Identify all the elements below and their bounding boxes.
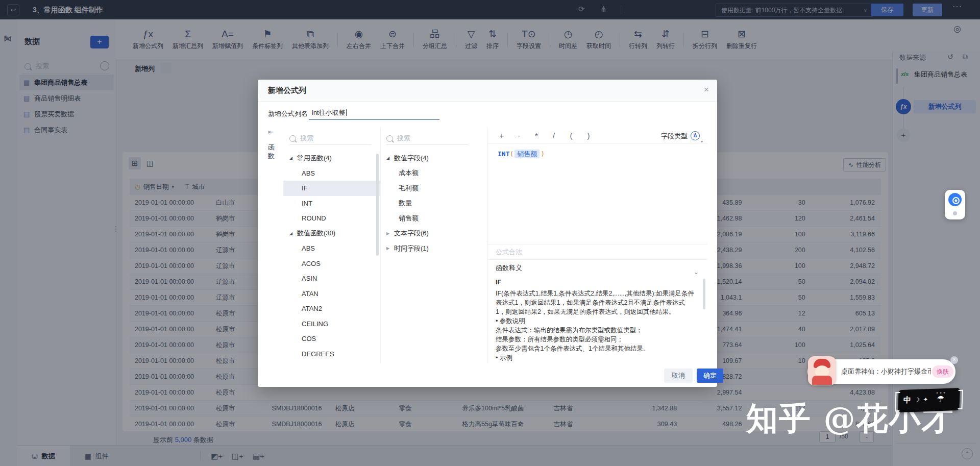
field-tree-node[interactable]: ◢ 数值字段(4): [380, 151, 487, 166]
tree-node-label: 销售额: [399, 214, 419, 223]
field-tree: ◢ 数值字段(4) 成本额 毛利额 数量: [380, 151, 487, 256]
field-tree-node[interactable]: 销售额: [380, 211, 487, 226]
formula-editor[interactable]: INT(销售额): [487, 143, 707, 244]
help-scrollbar[interactable]: [703, 279, 705, 309]
formula-valid-status: 公式合法: [487, 244, 707, 259]
function-tree-node[interactable]: IF: [283, 181, 380, 196]
tree-node-label: ABS: [302, 244, 315, 252]
tree-node-label: 文本字段(6): [394, 229, 429, 238]
function-tree-node[interactable]: ABS: [283, 241, 380, 256]
function-tree-node[interactable]: ATAN: [283, 286, 380, 302]
function-help-body: IFIF(条件表达式1,结果1,条件表达式2,结果2,......,其他结果):…: [496, 276, 695, 363]
operator-button[interactable]: /: [551, 131, 557, 140]
tree-node-label: 数值字段(4): [394, 154, 429, 163]
field-search-input[interactable]: 搜索: [386, 132, 468, 145]
function-tree-node[interactable]: COS: [283, 331, 380, 347]
tree-node-label: INT: [302, 200, 312, 207]
function-help-header: 函数释义 ⌄: [487, 259, 707, 275]
operator-button[interactable]: +: [499, 131, 505, 140]
function-tree-node[interactable]: ATAN2: [283, 301, 380, 316]
function-tree-node[interactable]: ◢ 常用函数(4): [283, 151, 380, 166]
widget-dot: [953, 211, 957, 215]
field-tree-node[interactable]: ▶ 时间字段(1): [380, 241, 487, 256]
close-icon[interactable]: ×: [704, 85, 709, 95]
field-tree-node[interactable]: 成本额: [380, 166, 487, 181]
field-list-pane: 搜索 ◢ 数值字段(4) 成本额 毛利额: [380, 128, 488, 363]
help-line: IF(true,2,8)等于2: [496, 362, 695, 363]
cancel-button[interactable]: 取消: [664, 369, 693, 383]
operator-toolbar: + - * / ( ) 字段类型 A ▾: [487, 128, 707, 143]
text-cursor: [346, 109, 347, 116]
tree-node-label: ATAN: [302, 290, 318, 298]
function-search-input[interactable]: 搜索: [289, 132, 371, 145]
star-icon[interactable]: ✦: [923, 396, 928, 403]
popup-text: 桌面养神仙：小财神打字爆金币: [841, 367, 931, 376]
field-type-icon[interactable]: A: [691, 131, 700, 140]
search-icon: [289, 135, 296, 142]
function-list-pane: 搜索 ◢ 常用函数(4) ABS IF: [283, 128, 381, 363]
rain-dots: ∘∘∘: [936, 390, 946, 396]
field-type-label[interactable]: 字段类型: [661, 132, 688, 141]
tree-arrow-icon: ◢: [289, 156, 297, 160]
ime-language-icon[interactable]: 中: [903, 395, 912, 405]
help-line: • 示例: [496, 353, 695, 362]
tree-node-label: ASIN: [302, 275, 317, 282]
add-formula-column-modal: 新增公式列 × 新增公式列名 int往小取整 ⇤ 函数 搜索 ◢: [258, 80, 717, 387]
tree-node-label: 成本额: [399, 168, 419, 178]
operator-button[interactable]: *: [533, 131, 540, 140]
tree-node-label: 时间字段(1): [394, 244, 429, 253]
function-tree-node[interactable]: ACOS: [283, 256, 380, 272]
help-line: 参数至少需包含1个条件表达式、1个结果和其他结果。: [496, 344, 695, 353]
formula-function: INT: [498, 150, 509, 158]
formula-name-label: 新增公式列名: [268, 109, 308, 118]
help-line: 条件表达式：输出的结果需为布尔类型或数值类型；: [496, 326, 695, 335]
function-tree-node[interactable]: ROUND: [283, 211, 380, 226]
ime-toolbar[interactable]: 中 ☽ ✦ ☂ ∘∘∘: [898, 388, 960, 412]
tree-arrow-icon: ▶: [386, 231, 394, 236]
confirm-button[interactable]: 确定: [697, 369, 723, 383]
moon-icon[interactable]: ☽: [915, 397, 920, 403]
caishen-avatar: [808, 356, 836, 385]
tree-node-label: 数值函数(30): [297, 229, 335, 238]
tree-arrow-icon: ▶: [386, 246, 394, 251]
tree-node-label: IF: [302, 184, 308, 192]
help-line: • 参数说明: [496, 316, 695, 326]
tree-node-label: 毛利额: [399, 184, 419, 193]
operator-button[interactable]: (: [568, 131, 574, 140]
tree-node-label: DEGREES: [302, 350, 334, 358]
collapse-panel-icon[interactable]: ⇤: [268, 128, 283, 136]
help-line: 结果参数：所有结果参数的类型必须需相同；: [496, 335, 695, 344]
field-tree-node[interactable]: ▶ 文本字段(6): [380, 226, 487, 241]
function-tree-node[interactable]: CEILING: [283, 316, 380, 332]
formula-editor-pane: + - * / ( ) 字段类型 A ▾ INT(销售额) 公式合法 函数释义 …: [487, 128, 707, 363]
tree-arrow-icon: ◢: [289, 231, 297, 236]
floating-assistant-widget[interactable]: [945, 190, 965, 219]
function-tree: ◢ 常用函数(4) ABS IF INT: [283, 151, 380, 361]
close-icon[interactable]: ×: [950, 356, 958, 364]
field-tree-node[interactable]: 毛利额: [380, 181, 487, 196]
operator-button[interactable]: -: [516, 131, 522, 140]
field-tree-node[interactable]: 数量: [380, 196, 487, 211]
modal-title: 新增公式列: [268, 86, 306, 95]
tree-node-label: ABS: [302, 169, 315, 177]
formula-field-token[interactable]: 销售额: [514, 150, 540, 158]
tree-node-label: CEILING: [302, 320, 328, 328]
search-icon: [386, 135, 393, 142]
function-tree-node[interactable]: INT: [283, 196, 380, 211]
function-panel-strip: ⇤ 函数: [268, 128, 283, 363]
tree-node-label: 常用函数(4): [297, 154, 332, 163]
modal-header: [258, 80, 717, 102]
operator-button[interactable]: ): [585, 131, 592, 140]
formula-name-input[interactable]: int往小取整: [309, 106, 439, 120]
function-tree-node[interactable]: DEGREES: [283, 347, 380, 362]
function-tree-node[interactable]: ASIN: [283, 271, 380, 286]
function-tree-node[interactable]: ◢ 数值函数(30): [283, 226, 380, 241]
app-window: ↩ 3、常用函数 组件制作 ⟳ ⋔ 使用数据量: 前1000万行，暂不支持全量数…: [0, 0, 980, 466]
tree-node-label: COS: [302, 335, 316, 342]
function-scrollbar[interactable]: [376, 154, 379, 256]
change-skin-button[interactable]: 换肤: [932, 365, 953, 378]
help-line: IF(条件表达式1,结果1,条件表达式2,结果2,......,其他结果):如果…: [496, 289, 695, 316]
tree-node-label: 数量: [399, 199, 412, 208]
tree-node-label: ROUND: [302, 214, 326, 222]
function-tree-node[interactable]: ABS: [283, 166, 380, 181]
